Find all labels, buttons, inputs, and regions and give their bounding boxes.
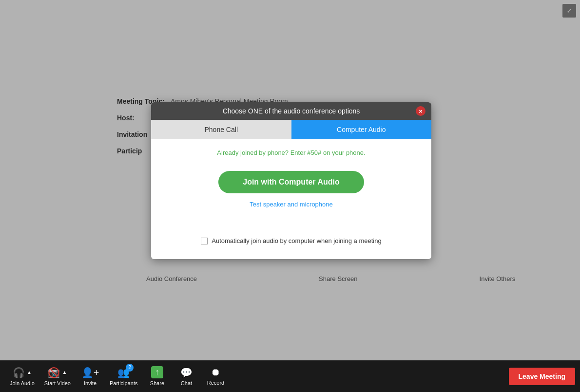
modal-tabs: Phone Call Computer Audio — [151, 120, 431, 139]
modal-header: Choose ONE of the audio conference optio… — [151, 102, 431, 120]
tab-computer-audio[interactable]: Computer Audio — [291, 120, 432, 139]
participants-button[interactable]: 👥 2 Participants — [105, 360, 142, 392]
share-icon: ↑ — [151, 366, 163, 378]
record-icon-area: ⏺ — [211, 367, 220, 378]
invite-icon-area: 👤+ — [81, 367, 99, 378]
phone-call-tab-label: Phone Call — [205, 126, 238, 133]
modal-title: Choose ONE of the audio conference optio… — [223, 107, 360, 115]
auto-join-label: Automatically join audio by computer whe… — [212, 237, 381, 244]
chat-icon: 💬 — [180, 367, 193, 378]
audio-options-modal: Choose ONE of the audio conference optio… — [151, 102, 431, 259]
chat-label: Chat — [181, 380, 192, 386]
auto-join-checkbox[interactable] — [201, 238, 208, 244]
start-video-chevron: ▲ — [62, 370, 67, 375]
video-camera-icon: 📷🚫 — [48, 367, 60, 378]
start-video-button[interactable]: 📷🚫 ▲ Start Video — [39, 360, 76, 392]
share-button[interactable]: ↑ Share — [142, 360, 172, 392]
record-icon: ⏺ — [211, 367, 220, 378]
invite-icon: 👤+ — [81, 367, 99, 378]
headphone-icon: 🎧 — [13, 367, 25, 378]
join-computer-audio-button[interactable]: Join with Computer Audio — [218, 171, 364, 193]
participants-badge: 2 — [126, 364, 134, 372]
start-video-icon-area: 📷🚫 ▲ — [48, 367, 67, 378]
join-audio-label: Join Audio — [10, 380, 35, 386]
modal-close-button[interactable]: × — [416, 106, 425, 116]
chat-button[interactable]: 💬 Chat — [172, 360, 201, 392]
leave-meeting-button[interactable]: Leave Meeting — [509, 368, 575, 385]
join-audio-chevron: ▲ — [27, 370, 32, 375]
start-video-label: Start Video — [44, 380, 71, 386]
chat-icon-area: 💬 — [180, 367, 193, 378]
join-audio-button[interactable]: 🎧 ▲ Join Audio — [5, 360, 39, 392]
leave-meeting-label: Leave Meeting — [519, 373, 565, 380]
record-button[interactable]: ⏺ Record — [201, 360, 230, 392]
participants-icon-area: 👥 2 — [117, 367, 130, 378]
auto-join-row: Automatically join audio by computer whe… — [171, 237, 412, 244]
record-label: Record — [207, 380, 224, 386]
modal-body: Already joined by phone? Enter #50# on y… — [151, 139, 431, 259]
join-button-label: Join with Computer Audio — [243, 178, 340, 186]
invite-button[interactable]: 👤+ Invite — [76, 360, 105, 392]
tab-phone-call[interactable]: Phone Call — [151, 120, 291, 139]
close-icon: × — [419, 108, 423, 115]
phone-notice: Already joined by phone? Enter #50# on y… — [171, 149, 412, 156]
participants-label: Participants — [110, 380, 137, 386]
share-icon-area: ↑ — [151, 366, 163, 378]
computer-audio-tab-label: Computer Audio — [337, 126, 386, 133]
join-audio-icon-area: 🎧 ▲ — [13, 367, 32, 378]
toolbar: 🎧 ▲ Join Audio 📷🚫 ▲ Start Video 👤+ Invit… — [0, 360, 580, 392]
main-content: ⤢ Meeting Topic: Amos Mihev's Personal M… — [0, 0, 580, 360]
test-speaker-microphone-link[interactable]: Test speaker and microphone — [171, 201, 412, 208]
share-label: Share — [150, 380, 164, 386]
invite-label: Invite — [84, 380, 97, 386]
